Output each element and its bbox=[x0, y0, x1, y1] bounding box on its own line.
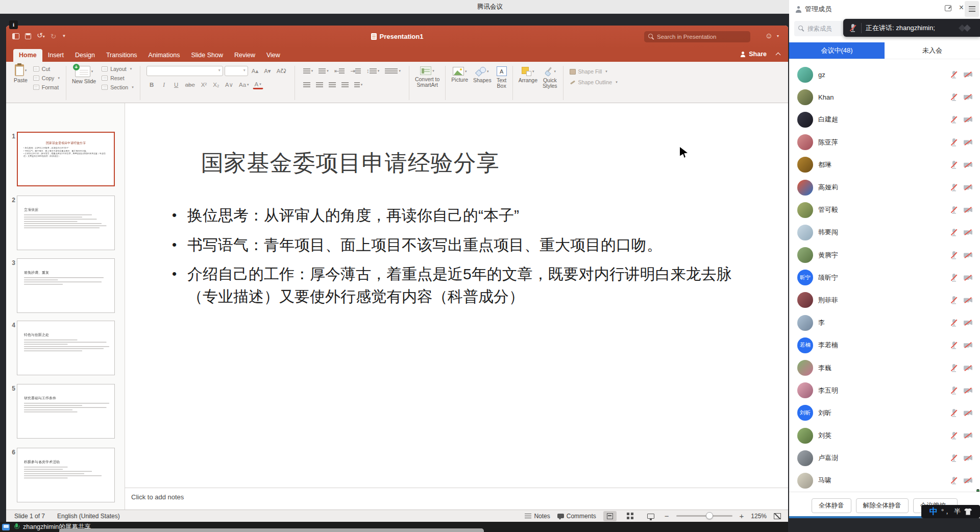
tab-in-meeting[interactable]: 会议中(48) bbox=[789, 42, 885, 59]
notes-pane[interactable]: Click to add notes bbox=[125, 488, 788, 510]
bold-button[interactable]: B bbox=[146, 80, 157, 90]
align-left-button[interactable] bbox=[301, 80, 312, 90]
participant-row[interactable]: 黄腾宇 bbox=[789, 244, 980, 267]
text-direction-button[interactable]: ▾ bbox=[352, 80, 365, 90]
shrink-font-button[interactable]: A▾ bbox=[262, 66, 273, 76]
participant-row[interactable]: 高娅莉 bbox=[789, 176, 980, 199]
ime-punctuation-indicator[interactable]: °， bbox=[941, 507, 950, 516]
tab-insert[interactable]: Insert bbox=[42, 49, 69, 62]
bullets-button[interactable]: ▾ bbox=[301, 66, 315, 76]
format-painter-button[interactable]: Format bbox=[33, 84, 60, 90]
copy-button[interactable]: Copy▾ bbox=[33, 75, 60, 81]
character-spacing-button[interactable]: A∨ bbox=[223, 80, 235, 90]
participant-row[interactable]: 荆菲菲 bbox=[789, 289, 980, 311]
font-color-button[interactable]: A▾ bbox=[253, 80, 263, 89]
participant-row[interactable]: 刘昕刘昕 bbox=[789, 402, 980, 424]
slideshow-button[interactable] bbox=[644, 511, 657, 521]
italic-button[interactable]: I bbox=[159, 80, 169, 90]
justify-button[interactable] bbox=[339, 80, 351, 90]
align-center-button[interactable] bbox=[314, 80, 325, 90]
shapes-button[interactable]: ▾ Shapes bbox=[473, 64, 492, 102]
new-slide-button[interactable]: ▾ New Slide bbox=[72, 64, 96, 102]
participant-row[interactable]: 若楠李若楠 bbox=[789, 334, 980, 356]
muted-mic-icon[interactable] bbox=[949, 341, 958, 350]
tab-slide-show[interactable]: Slide Show bbox=[185, 49, 229, 62]
participant-row[interactable]: 管可毅 bbox=[789, 199, 980, 221]
meeting-toolbar-edge[interactable] bbox=[59, 528, 484, 532]
layout-button[interactable]: Layout▾ bbox=[102, 66, 134, 72]
underline-button[interactable]: U bbox=[171, 80, 182, 90]
picture-button[interactable]: ▾ Picture bbox=[451, 64, 468, 102]
thumbnail-preview[interactable]: 积极参与各类学术活动 bbox=[17, 448, 115, 502]
mute-all-button[interactable]: 全体静音 bbox=[812, 498, 851, 513]
camera-off-icon[interactable] bbox=[963, 409, 973, 417]
collapse-ribbon-icon[interactable] bbox=[776, 53, 781, 58]
muted-mic-icon[interactable] bbox=[949, 273, 958, 282]
increase-indent-button[interactable]: ⇥ bbox=[348, 66, 363, 76]
feedback-smiley-icon[interactable]: ☺ bbox=[765, 31, 773, 40]
participant-row[interactable]: 李 bbox=[789, 311, 980, 334]
undo-icon[interactable]: ↺▾ bbox=[37, 32, 45, 40]
font-name-combo[interactable] bbox=[146, 66, 223, 76]
camera-off-icon[interactable] bbox=[963, 364, 973, 372]
camera-off-icon[interactable] bbox=[963, 251, 973, 259]
ime-width-indicator[interactable]: 半 bbox=[954, 507, 961, 516]
zoom-slider-thumb[interactable] bbox=[706, 512, 713, 519]
thumbnail-preview[interactable]: 国家基金委项目申请经验分享• 换位思考：从评审人的角度，再读你自己的“本子”• … bbox=[17, 132, 115, 186]
normal-view-button[interactable] bbox=[603, 511, 617, 521]
convert-to-smartart-button[interactable]: ▾ Convert toSmartArt bbox=[415, 64, 439, 102]
slide-sorter-button[interactable] bbox=[624, 511, 637, 521]
participant-row[interactable]: 昕宁颉昕宁 bbox=[789, 267, 980, 289]
member-search-input[interactable]: 搜索成员 bbox=[794, 21, 843, 36]
text-box-button[interactable]: A TextBox bbox=[497, 64, 507, 102]
ime-language-indicator[interactable]: 中 bbox=[929, 506, 938, 517]
camera-off-icon[interactable] bbox=[963, 138, 973, 146]
save-icon[interactable] bbox=[25, 33, 31, 39]
muted-mic-icon[interactable] bbox=[949, 115, 958, 124]
tab-view[interactable]: View bbox=[261, 49, 286, 62]
superscript-button[interactable]: X² bbox=[199, 80, 209, 90]
muted-mic-icon[interactable] bbox=[949, 454, 958, 463]
participant-row[interactable]: 陈亚萍 bbox=[789, 131, 980, 154]
muted-mic-icon[interactable] bbox=[949, 183, 958, 192]
muted-mic-icon[interactable] bbox=[949, 319, 958, 327]
thumbnail-preview[interactable]: 避免抄袭、重复 bbox=[17, 258, 115, 313]
paste-button[interactable]: ▾ Paste bbox=[14, 64, 28, 102]
thumbnail-preview[interactable]: 研究基础与工作条件 bbox=[17, 384, 115, 439]
muted-mic-icon[interactable] bbox=[949, 364, 958, 372]
slide-canvas[interactable]: 国家基金委项目申请经验分享 •换位思考：从评审人的角度，再读你自己的“本子”•书… bbox=[125, 103, 788, 488]
ime-skin-icon[interactable] bbox=[964, 509, 972, 515]
muted-mic-icon[interactable] bbox=[949, 431, 958, 440]
popout-panel-icon[interactable] bbox=[945, 5, 951, 11]
customize-qat-icon[interactable]: ▼ bbox=[62, 34, 66, 38]
muted-mic-icon[interactable] bbox=[949, 408, 958, 417]
font-size-combo[interactable] bbox=[225, 66, 248, 76]
participant-row[interactable]: 李五明 bbox=[789, 379, 980, 402]
participant-list[interactable]: gzKhan白建超陈亚萍都琳高娅莉管可毅韩要闯黄腾宇昕宁颉昕宁荆菲菲李若楠李若楠… bbox=[789, 59, 980, 492]
zoom-level[interactable]: 125% bbox=[751, 513, 767, 520]
zoom-slider[interactable] bbox=[676, 515, 732, 517]
muted-mic-icon[interactable] bbox=[949, 206, 958, 214]
section-button[interactable]: Section▾ bbox=[102, 84, 134, 90]
camera-off-icon[interactable] bbox=[963, 93, 973, 101]
participant-row[interactable]: 韩要闯 bbox=[789, 221, 980, 244]
zoom-out-button[interactable]: − bbox=[665, 512, 669, 520]
camera-off-icon[interactable] bbox=[963, 71, 973, 79]
change-case-button[interactable]: Aa▾ bbox=[237, 80, 251, 90]
info-badge-icon[interactable]: i bbox=[9, 20, 18, 29]
participant-row[interactable]: 都琳 bbox=[789, 154, 980, 176]
camera-off-icon[interactable] bbox=[963, 274, 973, 281]
ime-toolbar[interactable]: 中 °， 半 bbox=[921, 505, 980, 518]
presentation-search-input[interactable]: Search in Presentation bbox=[644, 31, 750, 42]
align-right-button[interactable] bbox=[327, 80, 338, 90]
share-button[interactable]: Share bbox=[740, 51, 767, 58]
tab-not-joined[interactable]: 未入会 bbox=[885, 42, 980, 59]
muted-mic-icon[interactable] bbox=[949, 476, 958, 485]
camera-off-icon[interactable] bbox=[963, 184, 973, 191]
participant-row[interactable]: 李巍 bbox=[789, 356, 980, 379]
fit-to-window-icon[interactable] bbox=[774, 513, 781, 519]
participant-row[interactable]: 白建超 bbox=[789, 108, 980, 131]
camera-off-icon[interactable] bbox=[963, 161, 973, 168]
reset-button[interactable]: Reset bbox=[102, 75, 134, 81]
camera-off-icon[interactable] bbox=[963, 432, 973, 440]
